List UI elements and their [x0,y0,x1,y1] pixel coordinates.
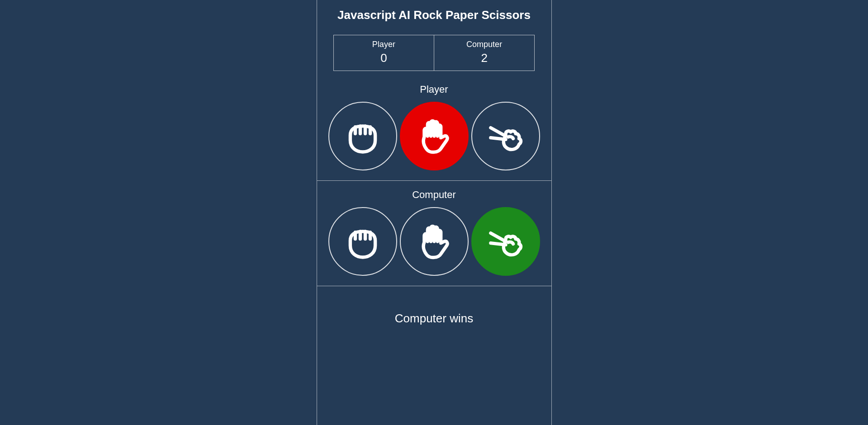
score-computer-label: Computer [438,40,531,49]
computer-choice-scissors [471,207,540,276]
computer-choice-paper [400,207,469,276]
score-computer: Computer 2 [434,35,534,71]
result-text: Computer wins [317,286,551,357]
score-player-label: Player [337,40,430,49]
score-player: Player 0 [334,35,434,71]
score-player-value: 0 [337,51,430,65]
paper-icon [413,115,455,157]
paper-icon [413,221,455,262]
rock-icon [342,115,384,157]
game-container: Javascript AI Rock Paper Scissors Player… [317,0,552,425]
player-panel-header: Player [322,84,547,95]
player-choices [322,102,547,170]
computer-choice-rock [328,207,397,276]
player-choice-scissors[interactable] [471,102,540,170]
scoreboard: Player 0 Computer 2 [333,35,535,71]
player-choice-rock[interactable] [328,102,397,170]
scissors-icon [485,115,526,157]
page-title: Javascript AI Rock Paper Scissors [317,0,551,32]
player-choice-paper[interactable] [400,102,469,170]
computer-panel: Computer [317,181,551,286]
rock-icon [342,221,384,262]
computer-choices [322,207,547,276]
computer-panel-header: Computer [322,189,547,201]
score-computer-value: 2 [438,51,531,65]
player-panel: Player [317,76,551,181]
scissors-icon [485,221,526,262]
